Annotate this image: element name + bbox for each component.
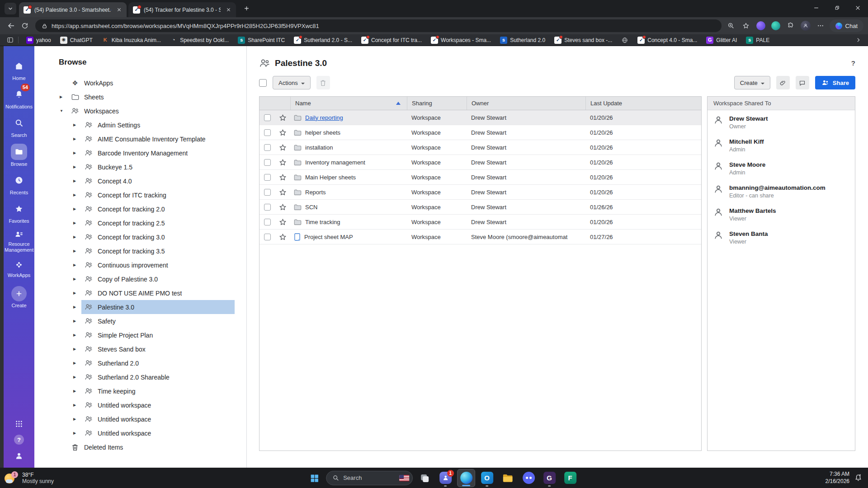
forms-app-button[interactable]: F (561, 469, 579, 487)
file-explorer-button[interactable] (499, 469, 517, 487)
table-row[interactable]: Inventory management Workspace Drew Stew… (259, 155, 701, 170)
tree-item[interactable]: ❖ Concept for tracking 3.5 (34, 244, 246, 258)
glitter-app-button[interactable]: G (540, 469, 558, 487)
expand-arrow-icon[interactable] (73, 403, 81, 407)
discord-app-button[interactable] (519, 469, 538, 487)
column-header-sharing[interactable]: Sharing (407, 97, 467, 110)
restore-button[interactable] (826, 0, 847, 15)
bookmark-item[interactable]: K Kiba Inuzuka Anim... (98, 36, 165, 45)
attach-button[interactable] (776, 76, 790, 89)
bookmark-item[interactable]: G Glitter AI (702, 36, 741, 45)
bookmark-item[interactable]: s SharePoint ITC (234, 36, 289, 45)
bookmarks-overflow-chevron-icon[interactable] (853, 37, 863, 43)
favorite-star-icon[interactable] (279, 188, 287, 196)
row-checkbox[interactable] (264, 144, 271, 151)
sidebar-item-favorites[interactable]: Favorites (4, 201, 34, 224)
apps-grid-icon[interactable] (15, 420, 23, 428)
expand-arrow-icon[interactable] (73, 179, 81, 183)
expand-arrow-icon[interactable] (73, 137, 81, 141)
expand-arrow-icon[interactable] (73, 263, 81, 267)
item-name[interactable]: Inventory management (305, 159, 365, 166)
zoom-page-icon[interactable] (725, 20, 737, 32)
row-checkbox[interactable] (264, 234, 271, 240)
expand-arrow-icon[interactable] (73, 207, 81, 211)
expand-arrow-icon[interactable] (73, 389, 81, 393)
tree-item[interactable]: ❖ Palestine 3.0 (34, 300, 246, 314)
expand-arrow-icon[interactable] (73, 291, 81, 295)
item-name[interactable]: helper sheets (305, 129, 340, 136)
expand-arrow-icon[interactable] (73, 319, 81, 323)
close-window-button[interactable] (847, 0, 868, 15)
browser-tab[interactable]: (54) Tracker for Palestine 3.0 - Sma (128, 2, 236, 17)
outlook-app-button[interactable]: O (478, 469, 496, 487)
taskbar-search[interactable]: Search (326, 471, 413, 485)
tree-item[interactable]: ❖ Steves Sand box (34, 342, 246, 356)
actions-button[interactable]: Actions (273, 76, 311, 89)
tree-item[interactable]: ❖ AIME Consumable Inventory Template (34, 132, 246, 146)
bookmark-item[interactable]: Workspaces - Sma... (427, 36, 495, 45)
tab-close-icon[interactable] (224, 6, 232, 14)
main-help-icon[interactable]: ? (851, 59, 855, 67)
refresh-button[interactable] (18, 19, 32, 33)
column-header-last-update[interactable]: Last Update (585, 97, 701, 110)
expand-arrow-icon[interactable] (73, 417, 81, 421)
sidebar-item-resource-management[interactable]: Resource Management (4, 229, 34, 253)
profile-avatar[interactable] (800, 20, 811, 32)
tree-item[interactable]: ❖ Barcode Inventory Management (34, 146, 246, 160)
item-name[interactable]: Project sheet MAP (304, 234, 353, 240)
tree-item[interactable]: ❖ Untitled workspace (34, 398, 246, 412)
expand-arrow-icon[interactable] (73, 375, 81, 379)
sidebar-panel-icon[interactable] (5, 36, 15, 45)
tree-item[interactable]: ❖ Copy of Palestine 3.0 (34, 272, 246, 286)
expand-arrow-icon[interactable] (60, 95, 68, 99)
address-bar[interactable]: https://app.smartsheet.com/browse/worksp… (35, 19, 722, 32)
table-row[interactable]: SCN Workspace Drew Stewart 01/26/26 (259, 200, 701, 215)
help-icon[interactable]: ? (14, 435, 24, 445)
tree-item[interactable]: ❖ Concept for tracking 2.5 (34, 216, 246, 230)
expand-arrow-icon[interactable] (73, 151, 81, 155)
row-checkbox[interactable] (264, 114, 271, 121)
bookmark-item[interactable]: ✳ ChatGPT (56, 36, 97, 45)
tree-item[interactable]: ❖ Deleted Items (34, 440, 246, 454)
expand-arrow-icon[interactable] (73, 235, 81, 239)
sidebar-item-home[interactable]: Home (4, 58, 34, 81)
item-name[interactable]: Main Helper sheets (305, 174, 356, 181)
row-checkbox[interactable] (264, 189, 271, 196)
extensions-puzzle-icon[interactable] (785, 20, 797, 32)
table-row[interactable]: Reports Workspace Drew Stewart 01/20/26 (259, 185, 701, 200)
column-header-owner[interactable]: Owner (467, 97, 585, 110)
row-checkbox[interactable] (264, 129, 271, 136)
tree-item[interactable]: ❖ Simple Project Plan (34, 328, 246, 342)
bookmark-item[interactable]: s PALE (742, 36, 774, 45)
item-name[interactable]: Daily reporting (305, 114, 343, 121)
bookmark-item[interactable]: ✉ yahoo (22, 36, 55, 45)
account-icon[interactable] (14, 451, 24, 460)
expand-arrow-icon[interactable] (73, 123, 81, 127)
row-checkbox[interactable] (264, 204, 271, 211)
shared-user-row[interactable]: Matthew Bartels Viewer (708, 202, 855, 225)
create-button[interactable]: Create (734, 76, 770, 89)
sidebar-item-search[interactable]: Search (4, 115, 34, 138)
item-name[interactable]: SCN (305, 204, 317, 211)
delete-button[interactable] (316, 76, 330, 89)
teams-app-button[interactable]: 1 (436, 469, 454, 487)
shared-user-row[interactable]: Drew Stewart Owner (708, 110, 855, 133)
item-name[interactable]: installation (305, 144, 333, 151)
table-row[interactable]: helper sheets Workspace Drew Stewart 01/… (259, 125, 701, 140)
favorite-star-icon[interactable] (279, 129, 287, 136)
taskbar-clock[interactable]: 7:36 AM 2/16/2026 (826, 471, 849, 485)
expand-arrow-icon[interactable] (73, 305, 81, 309)
expand-arrow-icon[interactable] (73, 165, 81, 169)
bookmark-item[interactable] (617, 36, 632, 45)
row-checkbox[interactable] (264, 159, 271, 166)
expand-arrow-icon[interactable] (73, 333, 81, 337)
table-row[interactable]: Time tracking Workspace Drew Stewart 01/… (259, 215, 701, 230)
notifications-bell-icon[interactable] (854, 474, 863, 482)
favorite-star-icon[interactable] (279, 218, 287, 226)
tree-item[interactable]: ❖ Untitled workspace (34, 426, 246, 440)
favorite-star-icon[interactable] (279, 144, 287, 151)
row-checkbox[interactable] (264, 219, 271, 225)
favorite-star-icon[interactable] (279, 159, 287, 166)
shared-user-row[interactable]: bmanning@aimeautomation.com Editor - can… (708, 179, 855, 202)
task-view-button[interactable] (415, 469, 434, 487)
